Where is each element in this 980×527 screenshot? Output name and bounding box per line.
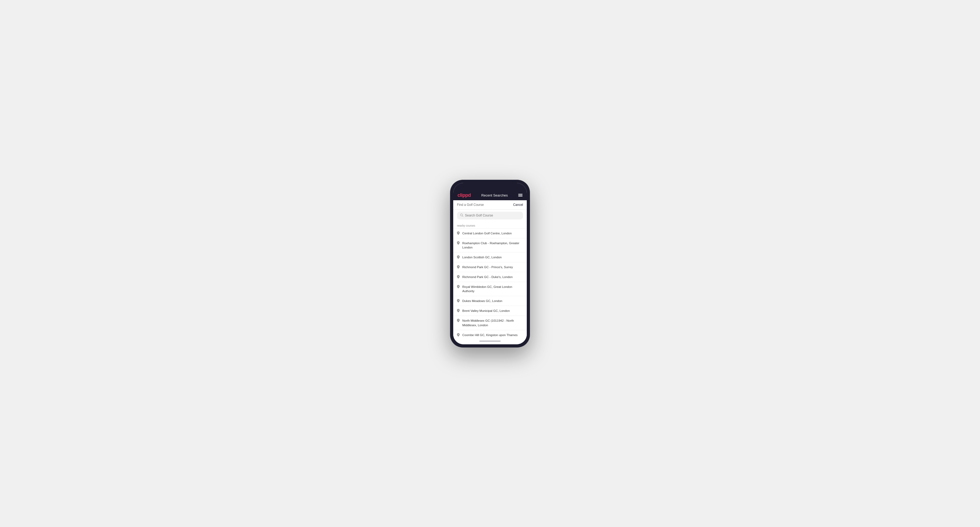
location-icon (457, 319, 460, 323)
status-bar (453, 183, 527, 190)
course-name: Roehampton Club - Roehampton, Greater Lo… (462, 241, 523, 249)
main-content: Find a Golf Course Cancel Nearby courses… (453, 200, 527, 339)
cancel-button[interactable]: Cancel (513, 203, 523, 206)
location-icon (457, 285, 460, 289)
nearby-courses-label: Nearby courses (453, 222, 527, 229)
course-name: Coombe Hill GC, Kingston upon Thames (462, 333, 518, 337)
notch (479, 184, 501, 189)
phone-frame: clippd Recent Searches Find a Golf Cours… (450, 180, 530, 348)
course-name: Royal Wimbledon GC, Great London Authori… (462, 285, 523, 293)
list-item[interactable]: Brent Valley Municipal GC, London (453, 306, 527, 316)
course-name: North Middlesex GC (1011942 - North Midd… (462, 319, 523, 327)
list-item[interactable]: North Middlesex GC (1011942 - North Midd… (453, 316, 527, 330)
location-icon (457, 256, 460, 259)
list-item[interactable]: Central London Golf Centre, London (453, 229, 527, 238)
course-name: Central London Golf Centre, London (462, 231, 512, 235)
list-item[interactable]: Richmond Park GC - Duke's, London (453, 272, 527, 282)
phone-screen: clippd Recent Searches Find a Golf Cours… (453, 183, 527, 344)
list-item[interactable]: Royal Wimbledon GC, Great London Authori… (453, 282, 527, 296)
location-icon (457, 309, 460, 313)
course-name: Richmond Park GC - Duke's, London (462, 275, 513, 279)
header-title: Recent Searches (481, 193, 508, 197)
list-item[interactable]: Coombe Hill GC, Kingston upon Thames (453, 330, 527, 339)
list-item[interactable]: Richmond Park GC - Prince's, Surrey (453, 262, 527, 272)
search-box (457, 212, 523, 219)
search-input[interactable] (465, 214, 520, 217)
search-container (453, 210, 527, 222)
location-icon (457, 241, 460, 245)
menu-line-2 (518, 195, 522, 195)
list-item[interactable]: Roehampton Club - Roehampton, Greater Lo… (453, 238, 527, 252)
list-item[interactable]: Dukes Meadows GC, London (453, 296, 527, 306)
course-name: Dukes Meadows GC, London (462, 299, 502, 303)
find-label: Find a Golf Course (457, 203, 484, 206)
find-bar: Find a Golf Course Cancel (453, 200, 527, 210)
menu-icon[interactable] (518, 194, 522, 197)
nearby-courses-section: Nearby courses Central London Golf Centr… (453, 222, 527, 339)
location-icon (457, 265, 460, 269)
app-logo: clippd (458, 192, 471, 198)
search-icon (460, 214, 463, 217)
list-item[interactable]: London Scottish GC, London (453, 252, 527, 262)
menu-line-1 (518, 194, 522, 194)
location-icon (457, 333, 460, 337)
svg-point-0 (460, 214, 463, 216)
course-name: Richmond Park GC - Prince's, Surrey (462, 265, 513, 269)
menu-line-3 (518, 196, 522, 197)
home-indicator (453, 339, 527, 344)
location-icon (457, 275, 460, 279)
course-name: London Scottish GC, London (462, 255, 502, 259)
location-icon (457, 299, 460, 303)
svg-line-1 (463, 216, 463, 216)
course-name: Brent Valley Municipal GC, London (462, 309, 510, 313)
location-icon (457, 232, 460, 235)
home-bar (479, 341, 501, 342)
app-header: clippd Recent Searches (453, 190, 527, 200)
